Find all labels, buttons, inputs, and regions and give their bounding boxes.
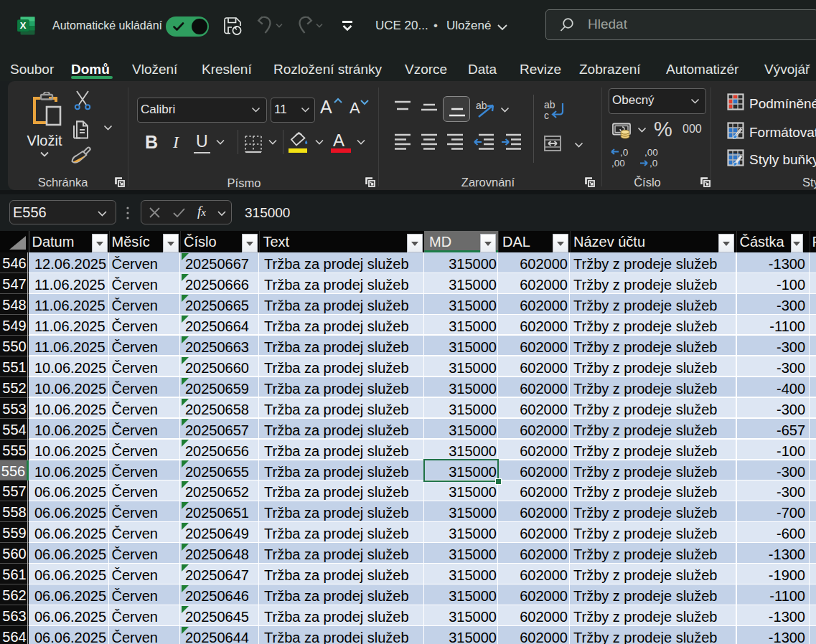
svg-text:X: X bbox=[20, 20, 27, 31]
svg-text:c: c bbox=[544, 110, 549, 120]
svg-text:,00: ,00 bbox=[644, 148, 658, 158]
svg-text:,0: ,0 bbox=[649, 158, 657, 168]
svg-text:,0: ,0 bbox=[620, 148, 628, 158]
svg-text:ab: ab bbox=[544, 100, 555, 110]
svg-text:ab: ab bbox=[476, 100, 487, 111]
svg-text:,00: ,00 bbox=[611, 158, 625, 168]
